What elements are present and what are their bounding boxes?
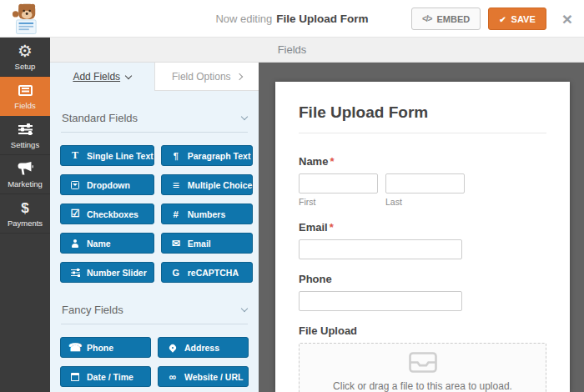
sidebar-item-fields[interactable]: Fields <box>0 77 50 116</box>
section-title: Standard Fields <box>62 112 138 124</box>
megaphone-icon <box>18 161 33 177</box>
save-button[interactable]: SAVE <box>488 8 546 30</box>
file-dropzone[interactable]: Click or drag a file to this area to upl… <box>299 343 546 392</box>
tab-add-fields[interactable]: Add Fields <box>50 63 154 91</box>
preview-field-email[interactable]: Email* <box>299 221 546 259</box>
field-button-website-url[interactable]: Website / URL <box>158 366 249 387</box>
preview-field-phone[interactable]: Phone <box>299 273 546 311</box>
phone-input[interactable] <box>299 291 462 311</box>
field-button-recaptcha[interactable]: reCAPTCHA <box>161 262 254 283</box>
name-first-column: First <box>299 173 378 207</box>
field-button-label: Checkboxes <box>87 209 138 219</box>
hash-icon <box>171 209 181 219</box>
field-button-label: Phone <box>87 343 113 353</box>
standard-fields-grid: Single Line Text Paragraph Text Dropdown… <box>50 145 259 283</box>
toolbar-title: Fields <box>278 43 307 56</box>
required-asterisk: * <box>330 155 334 168</box>
header-actions: </> EMBED SAVE × <box>411 0 576 38</box>
sliders-icon <box>18 122 33 138</box>
add-fields-panel: Add Fields Field Options Standard Fields… <box>50 63 259 392</box>
chevron-down-icon <box>241 113 248 120</box>
dropzone-text: Click or drag a file to this area to upl… <box>333 380 512 392</box>
field-button-date-time[interactable]: Date / Time <box>60 366 151 387</box>
field-button-single-line-text[interactable]: Single Line Text <box>60 145 154 166</box>
tab-field-options[interactable]: Field Options <box>154 63 259 91</box>
divider <box>61 324 248 324</box>
now-editing-label: Now editing <box>215 13 272 25</box>
field-button-phone[interactable]: Phone <box>60 337 151 358</box>
check-square-icon <box>70 209 80 219</box>
sidebar-item-label: Settings <box>11 140 39 149</box>
field-label-text: Name <box>299 155 328 168</box>
first-name-input[interactable] <box>299 173 378 193</box>
field-button-label: Address <box>184 343 219 353</box>
field-button-label: Numbers <box>188 209 226 219</box>
preview-field-name[interactable]: Name* First Last <box>299 155 546 207</box>
name-last-column: Last <box>385 173 465 207</box>
field-button-checkboxes[interactable]: Checkboxes <box>60 204 154 224</box>
field-button-number-slider[interactable]: Number Slider <box>60 262 154 283</box>
field-button-label: Multiple Choice <box>188 180 253 190</box>
field-label: Phone <box>299 273 546 285</box>
field-label-text: File Upload <box>299 324 357 337</box>
field-label-text: Email <box>299 221 328 234</box>
gear-icon <box>18 43 33 59</box>
field-button-numbers[interactable]: Numbers <box>161 204 254 224</box>
preview-field-file-upload[interactable]: File Upload Click or drag a file to this… <box>299 324 546 392</box>
first-sublabel: First <box>299 197 378 207</box>
field-label: Email* <box>299 221 546 234</box>
section-fancy-fields[interactable]: Fancy Fields <box>50 304 259 316</box>
sidebar-item-settings[interactable]: Settings <box>0 116 50 155</box>
text-height-icon <box>70 151 80 161</box>
field-label: File Upload <box>299 324 546 337</box>
chevron-down-icon <box>125 72 132 78</box>
pilcrow-icon <box>171 151 181 161</box>
field-button-email[interactable]: Email <box>161 233 254 254</box>
sidebar-item-marketing[interactable]: Marketing <box>0 155 50 194</box>
slider-icon <box>70 268 80 278</box>
sidebar-item-setup[interactable]: Setup <box>0 38 50 77</box>
chevron-down-icon <box>241 305 248 312</box>
sidebar-item-label: Payments <box>8 219 43 228</box>
embed-button[interactable]: </> EMBED <box>411 8 481 30</box>
close-icon[interactable]: × <box>559 10 576 28</box>
chevron-right-icon <box>235 73 242 79</box>
form-name: File Upload Form <box>276 13 368 25</box>
field-button-paragraph-text[interactable]: Paragraph Text <box>161 145 254 166</box>
dollar-icon <box>21 200 28 216</box>
field-button-dropdown[interactable]: Dropdown <box>60 174 154 195</box>
map-marker-icon <box>168 343 178 353</box>
field-button-name[interactable]: Name <box>60 233 154 254</box>
sidebar-item-payments[interactable]: Payments <box>0 194 50 234</box>
field-button-address[interactable]: Address <box>158 337 249 358</box>
sidebar-item-label: Marketing <box>8 179 43 188</box>
field-button-label: Paragraph Text <box>188 151 251 161</box>
form-preview-area: File Upload Form Name* First Last Email* <box>259 63 584 392</box>
email-input[interactable] <box>299 239 462 259</box>
divider <box>299 133 546 133</box>
preview-form-title[interactable]: File Upload Form <box>299 103 546 122</box>
field-button-multiple-choice[interactable]: Multiple Choice <box>161 174 254 195</box>
field-button-label: Number Slider <box>87 268 147 278</box>
field-button-label: Single Line Text <box>87 151 154 161</box>
section-standard-fields[interactable]: Standard Fields <box>50 112 259 124</box>
save-button-label: SAVE <box>511 14 536 24</box>
caret-square-down-icon <box>70 180 80 190</box>
field-button-label: Website / URL <box>184 372 243 382</box>
last-name-input[interactable] <box>385 173 465 193</box>
field-label: Name* <box>299 155 546 168</box>
builder-sidebar: Setup Fields Settings Marketing Payments <box>0 38 50 392</box>
tab-field-options-label: Field Options <box>172 71 231 83</box>
tab-add-fields-label: Add Fields <box>73 71 120 83</box>
code-icon: </> <box>422 14 431 23</box>
link-icon <box>168 372 178 382</box>
required-asterisk: * <box>330 221 334 234</box>
envelope-icon <box>171 239 181 249</box>
recaptcha-g-icon <box>171 268 181 278</box>
field-button-label: reCAPTCHA <box>188 268 239 278</box>
section-title: Fancy Fields <box>62 304 123 316</box>
form-preview-panel: File Upload Form Name* First Last Email* <box>275 82 570 392</box>
field-button-label: Name <box>87 239 111 249</box>
fancy-fields-grid: Phone Address Date / Time Website / URL <box>50 337 259 387</box>
phone-icon <box>70 343 80 353</box>
